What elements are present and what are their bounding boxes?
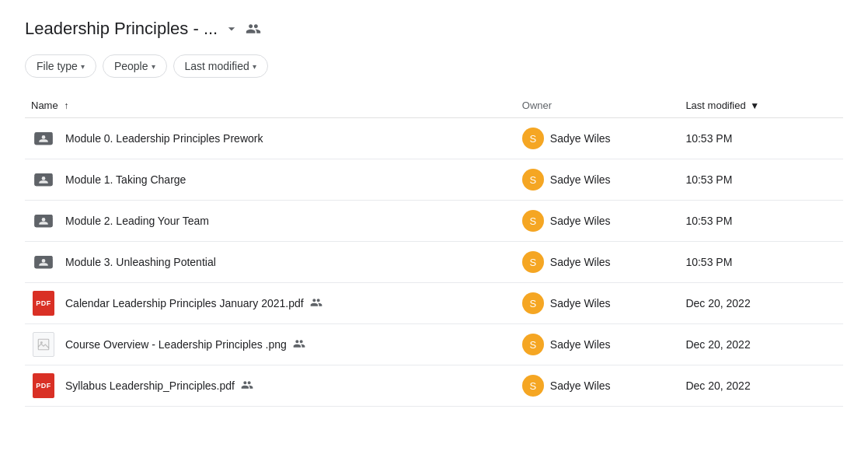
owner-column-header: Owner bbox=[516, 93, 680, 118]
avatar: S bbox=[522, 128, 544, 149]
modified-date: 10:53 PM bbox=[685, 256, 732, 268]
pdf-icon: PDF bbox=[33, 373, 54, 398]
modified-date: Dec 20, 2022 bbox=[685, 338, 750, 351]
owner-cell: S Sadye Wiles bbox=[522, 292, 674, 314]
owner-name: Sadye Wiles bbox=[550, 256, 611, 268]
svg-point-2 bbox=[42, 135, 46, 139]
avatar: S bbox=[522, 251, 544, 273]
name-cell: Module 0. Leadership Principles Prework bbox=[31, 126, 510, 151]
svg-point-5 bbox=[42, 177, 46, 180]
avatar: S bbox=[522, 334, 544, 355]
svg-point-11 bbox=[42, 259, 46, 263]
people-icon[interactable] bbox=[246, 21, 261, 37]
file-table: Name ↑ Owner Last modified ▼ bbox=[25, 93, 843, 407]
avatar: S bbox=[522, 375, 544, 397]
file-icon-wrapper bbox=[31, 167, 56, 192]
table-row[interactable]: PDF Syllabus Leadership_Principles.pdf S… bbox=[25, 365, 843, 407]
modified-date: 10:53 PM bbox=[685, 173, 732, 186]
name-cell: Course Overview - Leadership Principles … bbox=[31, 332, 510, 357]
modified-column-header[interactable]: Last modified ▼ bbox=[679, 93, 843, 118]
name-cell: Module 2. Leading Your Team bbox=[31, 208, 510, 233]
file-type-chevron: ▾ bbox=[81, 62, 85, 71]
file-name: Module 0. Leadership Principles Prework bbox=[65, 132, 263, 145]
shared-icon bbox=[241, 379, 253, 393]
name-cell: PDF Syllabus Leadership_Principles.pdf bbox=[31, 373, 510, 398]
folder-icon bbox=[33, 209, 54, 233]
name-cell: Module 3. Unleashing Potential bbox=[31, 250, 510, 274]
svg-rect-12 bbox=[38, 339, 49, 350]
file-icon-wrapper: PDF bbox=[31, 291, 56, 316]
shared-icon bbox=[310, 296, 322, 311]
pdf-icon: PDF bbox=[33, 291, 54, 316]
owner-name: Sadye Wiles bbox=[550, 379, 611, 392]
owner-name: Sadye Wiles bbox=[550, 132, 611, 145]
table-row[interactable]: Module 3. Unleashing Potential S Sadye W… bbox=[25, 242, 843, 283]
file-name: Calendar Leadership Principles January 2… bbox=[65, 296, 322, 311]
avatar: S bbox=[522, 169, 544, 191]
page-title: Leadership Principles - ... bbox=[25, 19, 218, 39]
owner-cell: S Sadye Wiles bbox=[522, 375, 674, 397]
name-cell: PDF Calendar Leadership Principles Janua… bbox=[31, 291, 510, 316]
last-modified-label: Last modified bbox=[185, 60, 249, 72]
owner-name: Sadye Wiles bbox=[550, 215, 611, 227]
name-cell: Module 1. Taking Charge bbox=[31, 167, 510, 192]
owner-cell: S Sadye Wiles bbox=[522, 334, 674, 355]
last-modified-filter[interactable]: Last modified ▾ bbox=[173, 54, 268, 78]
owner-name: Sadye Wiles bbox=[550, 338, 611, 351]
table-row[interactable]: Module 2. Leading Your Team S Sadye Wile… bbox=[25, 201, 843, 242]
modified-date: 10:53 PM bbox=[685, 132, 732, 145]
table-row[interactable]: Course Overview - Leadership Principles … bbox=[25, 324, 843, 365]
file-name: Course Overview - Leadership Principles … bbox=[65, 337, 305, 352]
file-name: Syllabus Leadership_Principles.pdf bbox=[65, 379, 253, 393]
file-type-filter[interactable]: File type ▾ bbox=[25, 54, 96, 78]
people-label: People bbox=[114, 60, 148, 72]
file-name: Module 3. Unleashing Potential bbox=[65, 256, 216, 268]
owner-cell: S Sadye Wiles bbox=[522, 128, 674, 149]
file-icon-wrapper: PDF bbox=[31, 373, 56, 398]
modified-date: Dec 20, 2022 bbox=[685, 297, 750, 309]
file-icon-wrapper bbox=[31, 126, 56, 151]
file-icon-wrapper bbox=[31, 208, 56, 233]
people-chevron: ▾ bbox=[152, 62, 155, 71]
table-row[interactable]: Module 0. Leadership Principles Prework … bbox=[25, 118, 843, 159]
folder-icon bbox=[33, 168, 54, 192]
name-column-header[interactable]: Name ↑ bbox=[25, 93, 516, 118]
table-row[interactable]: PDF Calendar Leadership Principles Janua… bbox=[25, 283, 843, 324]
file-name: Module 1. Taking Charge bbox=[65, 173, 186, 186]
file-type-label: File type bbox=[37, 60, 78, 72]
owner-name: Sadye Wiles bbox=[550, 173, 611, 186]
owner-cell: S Sadye Wiles bbox=[522, 251, 674, 273]
png-icon bbox=[33, 332, 54, 357]
svg-point-8 bbox=[42, 218, 46, 222]
avatar: S bbox=[522, 210, 544, 232]
modified-date: 10:53 PM bbox=[685, 215, 732, 227]
svg-point-13 bbox=[40, 341, 43, 344]
file-name: Module 2. Leading Your Team bbox=[65, 215, 209, 227]
folder-icon bbox=[33, 127, 54, 151]
file-icon-wrapper bbox=[31, 250, 56, 274]
filter-bar: File type ▾ People ▾ Last modified ▾ bbox=[25, 54, 843, 78]
last-modified-chevron: ▾ bbox=[253, 62, 256, 71]
shared-icon bbox=[293, 337, 305, 352]
table-row[interactable]: Module 1. Taking Charge S Sadye Wiles 10… bbox=[25, 159, 843, 201]
people-filter[interactable]: People ▾ bbox=[103, 54, 167, 78]
file-icon-wrapper bbox=[31, 332, 56, 357]
owner-name: Sadye Wiles bbox=[550, 297, 611, 309]
modified-date: Dec 20, 2022 bbox=[685, 379, 750, 392]
avatar: S bbox=[522, 292, 544, 314]
owner-cell: S Sadye Wiles bbox=[522, 169, 674, 191]
name-sort-arrow: ↑ bbox=[64, 100, 68, 111]
table-header-row: Name ↑ Owner Last modified ▼ bbox=[25, 93, 843, 118]
folder-icon bbox=[33, 250, 54, 274]
owner-cell: S Sadye Wiles bbox=[522, 210, 674, 232]
dropdown-icon[interactable] bbox=[224, 21, 239, 37]
page-header: Leadership Principles - ... bbox=[25, 19, 843, 39]
modified-sort-arrow: ▼ bbox=[750, 100, 759, 111]
